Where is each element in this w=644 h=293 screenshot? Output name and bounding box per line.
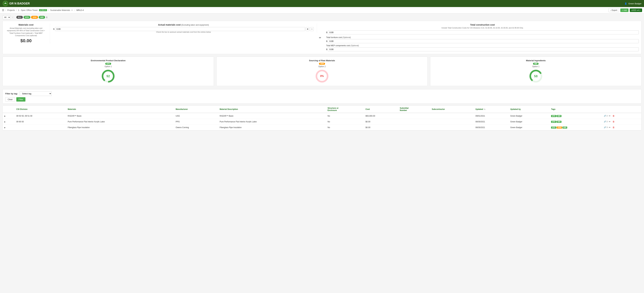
pill-all[interactable]: ALL xyxy=(16,16,23,19)
tag-srm: SRM xyxy=(557,126,562,128)
row-materials: RADAR™ Basic xyxy=(66,113,174,119)
donut-epd: 92 xyxy=(101,69,115,83)
row-cost: $0.00 xyxy=(364,124,398,130)
menu-button[interactable]: ☰ xyxy=(2,9,4,12)
row-updated: 09/01/2021 xyxy=(474,113,509,119)
row-description: Pure Performance Flat Interior Acrylic L… xyxy=(218,119,326,124)
row-csi xyxy=(15,124,66,130)
row-updated: 08/30/2021 xyxy=(474,119,509,124)
chart-srm-title: Sourcing of Raw Materials xyxy=(219,59,425,62)
col-submittal[interactable]: SubmittalNumber xyxy=(398,106,430,113)
delete-button[interactable]: 🗑 xyxy=(612,126,615,129)
row-updatedby: Green Badger xyxy=(509,119,550,124)
materials-cost-title: Materials cost xyxy=(5,24,47,26)
table: CSI Division Materials Manufacturer Mate… xyxy=(3,106,641,130)
table-row: ▶ 09 50 50, 09 51 00 RADAR™ Basic USG RA… xyxy=(3,113,641,119)
row-materials: Pure Performance Flat Interior Acrylic L… xyxy=(66,119,174,124)
actual-cost-input[interactable] xyxy=(55,27,305,31)
info-button[interactable]: ℹ xyxy=(46,16,47,18)
actual-materials-subtitle: (Excluding labor and equipment) xyxy=(181,24,209,26)
breadcrumb-tower[interactable]: 1 - Spec Office Tower xyxy=(18,9,38,11)
checkbox-icon[interactable]: □ xyxy=(310,27,314,31)
col-structure[interactable]: Structure orEnclosure xyxy=(326,106,364,113)
chart-mir: Material Ingredients MIR Option 1 58 xyxy=(430,56,642,86)
donut-srm: 0% xyxy=(315,69,329,83)
col-description[interactable]: Material Description xyxy=(218,106,326,113)
dollar-sign-construction: $ xyxy=(326,31,327,34)
dropdown-icon: ▼ xyxy=(71,9,73,11)
mep-title: Total MEP components cost xyxy=(326,44,350,47)
main-content: mi km / ALL EPD SRM MIR ℹ Materials cost… xyxy=(0,14,644,132)
donut-mir-value: 58 xyxy=(534,74,538,78)
row-expand[interactable]: ▶ xyxy=(3,119,15,124)
row-manufacturer: Owens Corning xyxy=(174,124,218,130)
row-updated: 08/30/2021 xyxy=(474,124,509,130)
dollar-sign-mep: $ xyxy=(326,48,327,50)
link-count: 🔗 3 xyxy=(604,126,608,128)
row-expand[interactable]: ▶ xyxy=(3,124,15,130)
col-cost[interactable]: Cost xyxy=(364,106,398,113)
row-updatedby: Green Badger xyxy=(509,124,550,130)
row-tags: EPDMIR xyxy=(550,119,602,124)
mep-input-row: $ xyxy=(326,47,639,51)
add-button[interactable]: + Add xyxy=(620,8,628,12)
pill-mir[interactable]: MIR xyxy=(39,16,45,19)
row-submittal xyxy=(398,113,430,119)
link-count: 🔗 2 xyxy=(604,115,608,117)
breadcrumb-projects[interactable]: Projects xyxy=(7,9,15,11)
table-header-row: CSI Division Materials Manufacturer Mate… xyxy=(3,106,641,113)
chart-epd-option: Option 1 xyxy=(5,66,211,68)
unit-selector[interactable]: mi km xyxy=(2,15,10,19)
actual-cost-note: Check the box to autosum actual material… xyxy=(53,31,314,33)
delete-button[interactable]: 🗑 xyxy=(612,120,615,123)
furniture-input[interactable] xyxy=(328,39,639,43)
col-csi[interactable]: CSI Division xyxy=(15,106,66,113)
actual-cost-input-row: $ ⊞ □ xyxy=(53,27,314,31)
row-subcontractor xyxy=(430,113,474,119)
pill-epd[interactable]: EPD xyxy=(24,16,30,19)
logo: GR N BADGER xyxy=(2,1,30,6)
edit-button[interactable]: ✏ xyxy=(608,114,611,118)
clear-button[interactable]: Clear xyxy=(5,97,15,102)
edit-button[interactable]: ✏ xyxy=(608,120,611,123)
filter-button[interactable]: Filter xyxy=(16,97,26,102)
chart-mir-title: Material Ingredients xyxy=(433,59,639,62)
charts-area: Environmental Product Declaration EPD Op… xyxy=(2,56,642,86)
filter-pills: ALL EPD SRM MIR xyxy=(16,16,45,19)
col-manufacturer[interactable]: Manufacturer xyxy=(174,106,218,113)
tag-select[interactable]: Select tag xyxy=(20,91,52,96)
row-description: RADAR™ Basic xyxy=(218,113,326,119)
row-structure: No xyxy=(326,124,364,130)
breadcrumb-sustainable[interactable]: Sustainable Materials xyxy=(50,9,70,11)
delete-button[interactable]: 🗑 xyxy=(612,114,615,118)
link-count: 🔗 2 xyxy=(604,120,608,123)
filter-tag-label: Filter by tag: xyxy=(5,92,18,95)
col-updatedby[interactable]: Updated by xyxy=(509,106,550,113)
filter-buttons: Clear Filter xyxy=(5,97,639,102)
row-submittal xyxy=(398,119,430,124)
navbar: ☰ / Projects / 1 - Spec Office Tower v4 … xyxy=(0,7,644,14)
leed-version-button[interactable]: LEED v4.1 xyxy=(630,8,642,12)
row-subcontractor xyxy=(430,124,474,130)
or-separator: or xyxy=(317,36,323,39)
edit-button[interactable]: ✏ xyxy=(608,126,611,129)
row-expand[interactable]: ▶ xyxy=(3,113,15,119)
export-button[interactable]: ↓ Export xyxy=(608,8,619,12)
col-subcontractor[interactable]: Subcontractor xyxy=(430,106,474,113)
table-row: ▶ 09 90 00 Pure Performance Flat Interio… xyxy=(3,119,641,124)
filter-row: Filter by tag: Select tag xyxy=(5,91,639,96)
row-actions: 🔗 2 ✏ 🗑 xyxy=(602,119,641,124)
total-construction-input[interactable] xyxy=(328,30,639,34)
col-materials[interactable]: Materials xyxy=(66,106,174,113)
col-updated[interactable]: Updated ⇅ xyxy=(474,106,509,113)
row-structure: No xyxy=(326,119,364,124)
donut-epd-value: 92 xyxy=(106,74,110,78)
col-tags[interactable]: Tags xyxy=(550,106,602,113)
table-icon[interactable]: ⊞ xyxy=(306,27,309,31)
pill-srm[interactable]: SRM xyxy=(31,16,38,19)
row-subcontractor xyxy=(430,119,474,124)
row-cost: $0.00 xyxy=(364,119,398,124)
total-construction-section: Total construction cost Include Total Co… xyxy=(323,24,639,51)
row-updatedby: Green Badger xyxy=(509,113,550,119)
mep-input[interactable] xyxy=(328,47,639,51)
